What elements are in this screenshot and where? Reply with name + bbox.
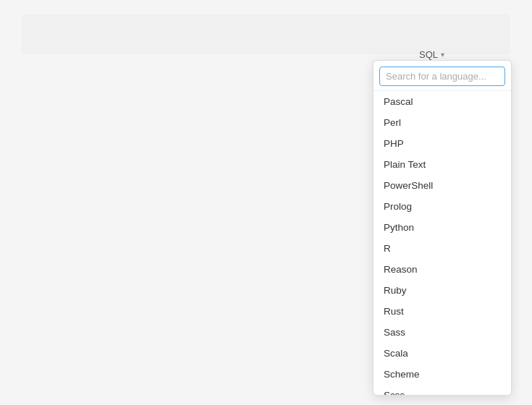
list-item[interactable]: Scheme — [373, 364, 511, 385]
list-item[interactable]: Scss — [373, 385, 511, 395]
list-item[interactable]: Plain Text — [373, 154, 511, 175]
language-dropdown: PascalPerlPHPPlain TextPowerShellPrologP… — [373, 60, 512, 396]
list-item[interactable]: Perl — [373, 112, 511, 133]
list-item[interactable]: Pascal — [373, 91, 511, 112]
list-item[interactable]: Sass — [373, 322, 511, 343]
language-list: PascalPerlPHPPlain TextPowerShellPrologP… — [373, 91, 511, 395]
list-item[interactable]: R — [373, 238, 511, 259]
chevron-down-icon: ▾ — [441, 51, 444, 59]
search-wrapper — [373, 61, 511, 91]
trigger-label: SQL — [419, 49, 438, 60]
list-item[interactable]: Rust — [373, 301, 511, 322]
editor-area: SQL ▾ PascalPerlPHPPlain TextPowerShellP… — [0, 0, 532, 405]
search-input[interactable] — [379, 67, 505, 86]
list-item[interactable]: Python — [373, 217, 511, 238]
list-item[interactable]: Ruby — [373, 280, 511, 301]
list-item[interactable]: PHP — [373, 133, 511, 154]
list-item[interactable]: PowerShell — [373, 175, 511, 196]
list-item[interactable]: Prolog — [373, 196, 511, 217]
list-item[interactable]: Scala — [373, 343, 511, 364]
list-item[interactable]: Reason — [373, 259, 511, 280]
